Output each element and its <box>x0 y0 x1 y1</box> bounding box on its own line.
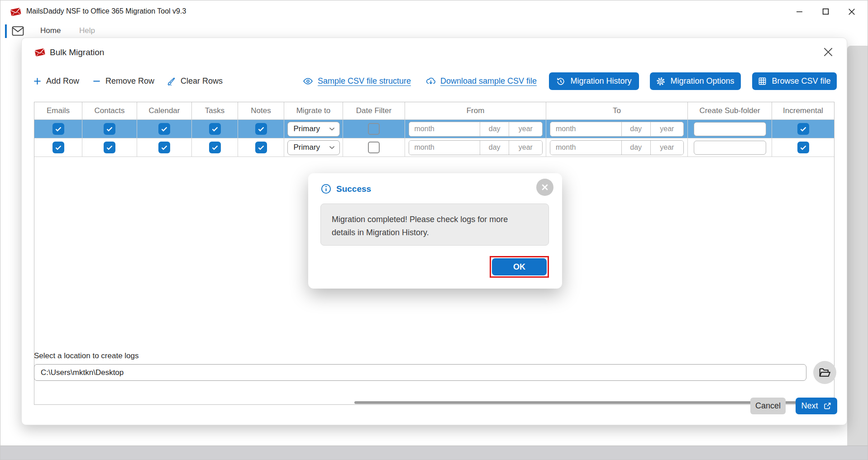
migrate-to-select[interactable]: Primary <box>287 140 340 155</box>
cell-contacts <box>82 120 137 138</box>
contacts-checkbox[interactable] <box>104 123 115 135</box>
cell-incremental <box>772 120 834 138</box>
header-emails: Emails <box>34 102 82 120</box>
cell-calendar <box>137 120 192 138</box>
cell-date-filter <box>343 138 405 157</box>
title-bar: MailsDaddy NSF to Office 365 Migration T… <box>0 0 868 23</box>
tasks-checkbox[interactable] <box>209 123 221 135</box>
maximize-icon <box>822 8 829 15</box>
add-row-button[interactable]: Add Row <box>33 71 79 90</box>
from-day-input[interactable] <box>480 122 509 136</box>
to-month-input[interactable] <box>550 122 621 136</box>
menu-item-help[interactable]: Help <box>79 26 95 35</box>
to-day-input[interactable] <box>621 122 650 136</box>
table-row[interactable]: Primary <box>34 138 834 157</box>
migrate-to-value: Primary <box>294 143 320 152</box>
clear-rows-button[interactable]: Clear Rows <box>167 71 223 90</box>
eye-icon <box>303 77 313 85</box>
history-icon <box>556 77 565 86</box>
emails-checkbox[interactable] <box>52 142 64 153</box>
from-date-group <box>409 122 543 137</box>
window-right-panel <box>847 46 868 446</box>
emails-checkbox[interactable] <box>52 123 64 135</box>
minimize-icon <box>796 8 803 15</box>
logs-path-input[interactable] <box>34 364 806 381</box>
tasks-checkbox[interactable] <box>209 142 221 153</box>
to-date-group <box>550 140 684 155</box>
create-subfolder-input[interactable] <box>694 141 766 155</box>
add-row-label: Add Row <box>46 76 79 86</box>
migrate-to-select[interactable]: Primary <box>287 122 340 137</box>
modal-message-box: Migration completed! Please check logs f… <box>320 204 549 246</box>
browse-folder-button[interactable] <box>813 361 836 384</box>
incremental-checkbox[interactable] <box>797 142 809 153</box>
cell-notes <box>238 120 284 138</box>
cell-tasks <box>192 120 238 138</box>
modal-close-button[interactable] <box>536 179 553 196</box>
cell-from <box>405 138 546 157</box>
check-icon <box>161 145 167 150</box>
check-icon <box>800 145 806 150</box>
maximize-button[interactable] <box>812 0 839 23</box>
cell-from <box>405 120 546 138</box>
mail-icon <box>12 26 24 36</box>
migration-history-button[interactable]: Migration History <box>549 72 639 90</box>
check-icon <box>106 127 113 132</box>
remove-row-button[interactable]: Remove Row <box>92 71 154 90</box>
check-icon <box>258 127 264 132</box>
from-month-input[interactable] <box>409 141 480 155</box>
cell-emails <box>34 138 82 157</box>
close-icon <box>541 184 548 191</box>
download-sample-csv-link[interactable]: Download sample CSV file <box>426 71 537 90</box>
cell-tasks <box>192 138 238 157</box>
cell-create-subfolder <box>688 120 772 138</box>
ok-button-highlight: OK <box>490 256 549 278</box>
header-to: To <box>546 102 688 120</box>
notes-checkbox[interactable] <box>255 142 267 153</box>
date-filter-checkbox[interactable] <box>368 123 380 135</box>
browse-csv-file-button[interactable]: Browse CSV file <box>752 72 837 90</box>
from-month-input[interactable] <box>409 122 480 136</box>
to-year-input[interactable] <box>650 141 683 155</box>
sample-csv-structure-label: Sample CSV file structure <box>318 76 411 86</box>
next-button[interactable]: Next <box>796 398 837 414</box>
incremental-checkbox[interactable] <box>797 123 809 135</box>
to-year-input[interactable] <box>650 122 683 136</box>
app-logo-envelope-icon <box>9 5 22 18</box>
notes-checkbox[interactable] <box>255 123 267 135</box>
from-year-input[interactable] <box>509 141 542 155</box>
check-icon <box>55 145 62 150</box>
sample-csv-structure-link[interactable]: Sample CSV file structure <box>303 71 411 90</box>
date-filter-checkbox[interactable] <box>368 142 380 153</box>
close-window-button[interactable] <box>839 0 865 23</box>
cancel-button[interactable]: Cancel <box>750 398 786 414</box>
next-label: Next <box>801 401 818 411</box>
logs-location-label: Select a location to create logs <box>34 351 139 360</box>
create-subfolder-input[interactable] <box>694 122 766 136</box>
cloud-download-icon <box>426 76 436 85</box>
calendar-checkbox[interactable] <box>158 142 170 153</box>
to-day-input[interactable] <box>621 141 650 155</box>
migration-options-button[interactable]: Migration Options <box>650 72 741 90</box>
plus-icon <box>33 77 42 85</box>
to-month-input[interactable] <box>550 141 621 155</box>
cell-calendar <box>137 138 192 157</box>
gear-icon <box>656 77 665 86</box>
from-date-group <box>409 140 543 155</box>
ok-button[interactable]: OK <box>492 258 547 275</box>
calendar-checkbox[interactable] <box>158 123 170 135</box>
dialog-envelope-icon <box>33 46 46 58</box>
from-year-input[interactable] <box>509 122 542 136</box>
table-row[interactable]: Primary <box>34 120 834 138</box>
from-day-input[interactable] <box>480 141 509 155</box>
window-controls <box>786 0 865 23</box>
modal-message: Migration completed! Please check logs f… <box>332 213 526 239</box>
migrate-to-value: Primary <box>294 124 320 133</box>
migration-history-label: Migration History <box>570 76 631 86</box>
check-icon <box>212 127 218 132</box>
dialog-close-button[interactable] <box>822 46 834 58</box>
minimize-button[interactable] <box>786 0 812 23</box>
menu-item-home[interactable]: Home <box>40 26 61 35</box>
contacts-checkbox[interactable] <box>104 142 115 153</box>
check-icon <box>161 127 167 132</box>
